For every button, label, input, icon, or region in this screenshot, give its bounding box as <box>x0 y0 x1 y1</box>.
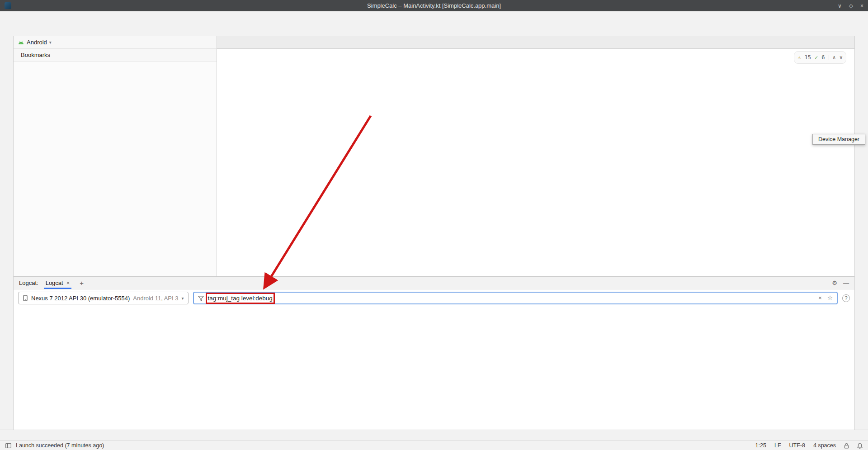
status-bar-widgets: 1:25 LF UTF-8 4 spaces <box>755 442 863 449</box>
clear-filter-icon[interactable]: × <box>818 295 822 301</box>
window-title: SimpleCalc – MainActivity.kt [SimpleCalc… <box>0 2 868 9</box>
project-view-selector[interactable]: Android <box>27 39 47 46</box>
passed-count: 6 <box>821 52 825 62</box>
close-icon[interactable]: × <box>66 280 70 286</box>
code-editor[interactable]: ⚠ 15 ✓ 6 ∧ ∨ <box>217 49 854 276</box>
logcat-toolbar: Nexus 7 2012 API 30 (emulator-5554) Andr… <box>14 289 854 307</box>
notifications-icon[interactable] <box>857 443 863 449</box>
close-button[interactable]: × <box>860 3 863 9</box>
filter-funnel-icon <box>198 295 204 301</box>
minimize-button[interactable]: ∨ <box>838 3 842 9</box>
chevron-down-icon: ▾ <box>181 296 184 301</box>
upper-area: Android ▾ Bookmarks <box>14 36 854 276</box>
center-column: Android ▾ Bookmarks <box>14 36 854 430</box>
logcat-panel: Logcat: Logcat × + ⚙ — Nexus 7 2012 API … <box>14 276 854 430</box>
bookmarks-title: Bookmarks <box>21 52 50 58</box>
warning-count: 15 <box>805 52 811 62</box>
main-area: Android ▾ Bookmarks <box>0 36 868 430</box>
next-issue-icon[interactable]: ∨ <box>840 55 843 60</box>
logcat-header-actions: ⚙ — <box>832 280 849 286</box>
logcat-side-toolbar <box>14 307 30 430</box>
bookmarks-panel-header: Bookmarks <box>14 49 217 62</box>
status-message: Launch succeeded (7 minutes ago) <box>16 442 104 449</box>
caret-position[interactable]: 1:25 <box>755 442 766 449</box>
side-panels: Android ▾ Bookmarks <box>14 36 217 276</box>
new-logcat-tab-button[interactable]: + <box>77 279 86 287</box>
divider <box>829 55 829 60</box>
android-studio-window: SimpleCalc – MainActivity.kt [SimpleCalc… <box>0 0 868 450</box>
title-bar: SimpleCalc – MainActivity.kt [SimpleCalc… <box>0 0 868 11</box>
android-icon <box>18 41 24 44</box>
hide-icon[interactable]: — <box>843 280 849 286</box>
right-tool-strip <box>854 36 868 430</box>
logcat-body <box>14 307 854 430</box>
left-tool-strip <box>0 36 14 430</box>
maximize-button[interactable]: ◇ <box>849 3 853 9</box>
device-manager-tooltip: Device Manager <box>812 134 865 145</box>
phone-icon <box>23 295 28 301</box>
bookmarks-tree <box>14 62 217 276</box>
window-controls: ∨ ◇ × <box>838 3 863 9</box>
logcat-tab-label: Logcat <box>46 279 63 286</box>
warning-icon: ⚠ <box>797 55 801 60</box>
tool-window-bar <box>0 430 868 441</box>
saved-filters-icon[interactable]: ☆ <box>827 295 833 301</box>
indent-setting[interactable]: 4 spaces <box>813 442 836 449</box>
settings-icon[interactable]: ⚙ <box>832 280 837 286</box>
filter-field-actions: × ☆ <box>818 295 833 301</box>
device-detail: Android 11, API 3 <box>133 295 178 302</box>
main-toolbar <box>0 23 868 36</box>
logcat-panel-header: Logcat: Logcat × + ⚙ — <box>14 277 854 289</box>
help-icon[interactable]: ? <box>842 294 850 302</box>
code-area <box>217 49 854 50</box>
logcat-window-title: Logcat: <box>19 279 38 286</box>
logcat-filter-text[interactable]: tag:muj_tag level:debug <box>208 295 273 302</box>
file-encoding[interactable]: UTF-8 <box>789 442 805 449</box>
prev-issue-icon[interactable]: ∧ <box>833 55 836 60</box>
logcat-tab[interactable]: Logcat × <box>42 278 74 288</box>
app-logo-icon <box>5 2 11 9</box>
editor-column: ⚠ 15 ✓ 6 ∧ ∨ <box>217 36 854 276</box>
chevron-down-icon: ▾ <box>49 40 52 45</box>
device-name: Nexus 7 2012 API 30 (emulator-5554) <box>31 295 130 302</box>
logcat-output[interactable] <box>30 307 854 430</box>
check-icon: ✓ <box>815 55 818 60</box>
logcat-device-selector[interactable]: Nexus 7 2012 API 30 (emulator-5554) Andr… <box>18 292 189 304</box>
status-bar: Launch succeeded (7 minutes ago) 1:25 LF… <box>0 441 868 450</box>
project-panel-header: Android ▾ <box>14 36 217 49</box>
editor-tabs <box>217 36 854 49</box>
line-ending[interactable]: LF <box>774 442 781 449</box>
inspections-widget[interactable]: ⚠ 15 ✓ 6 ∧ ∨ <box>794 51 846 64</box>
logcat-filter-input[interactable]: tag:muj_tag level:debug × ☆ <box>193 292 838 304</box>
menu-bar <box>0 11 868 23</box>
lock-icon[interactable] <box>844 443 849 449</box>
tool-window-switcher-icon[interactable] <box>5 443 11 448</box>
